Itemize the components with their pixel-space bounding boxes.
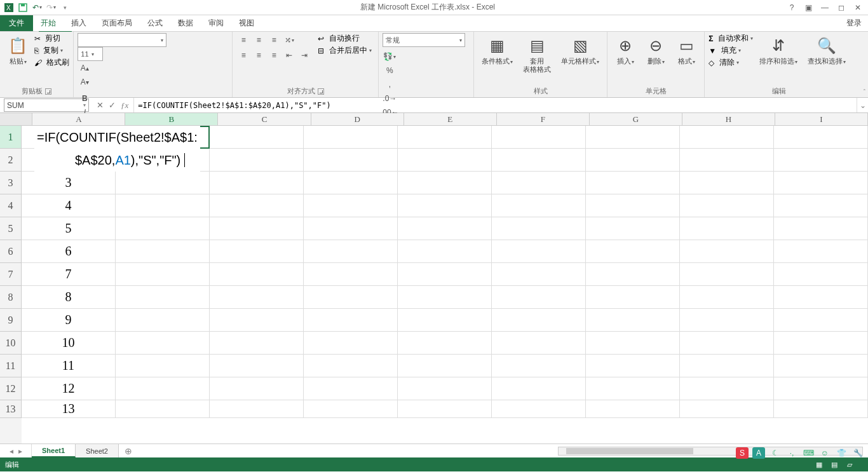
accounting-format-button[interactable]: 💱▾ [383,50,397,64]
merge-center-button[interactable]: ⊟ 合并后居中 ▾ [318,45,371,56]
sheet-tab-sheet1[interactable]: Sheet1 [32,444,76,457]
cell-I4[interactable] [774,194,868,217]
cell-G12[interactable] [586,377,680,400]
comma-format-button[interactable]: , [383,78,397,91]
cell-E10[interactable] [398,332,492,355]
scrollbar-thumb[interactable] [566,448,693,454]
cell-styles-button[interactable]: ▧单元格样式▾ [557,33,603,69]
cell-E12[interactable] [398,377,492,400]
cell-D4[interactable] [304,194,398,217]
sheet-nav-arrows[interactable]: ◂▸ [0,444,32,457]
cell-C3[interactable] [210,172,304,194]
cell-C9[interactable] [210,309,304,332]
cell-I8[interactable] [774,286,868,309]
format-cells-button[interactable]: ▭格式▾ [672,33,700,69]
col-header-G[interactable]: G [590,113,682,125]
cell-E5[interactable] [398,217,492,240]
cell-B11[interactable] [116,355,210,377]
tab-formulas[interactable]: 公式 [140,15,170,31]
autosum-button[interactable]: Σ 自动求和 ▾ [709,33,753,44]
cell-C2[interactable] [210,149,304,172]
align-left-button[interactable]: ≡ [236,48,250,62]
cell-D2[interactable] [304,149,398,172]
cell-F10[interactable] [492,332,586,355]
cell-A11[interactable]: 11 [22,355,116,377]
cell-C1[interactable] [210,126,304,149]
cell-G9[interactable] [586,309,680,332]
name-box[interactable]: SUM▾ [4,98,89,112]
row-header-2[interactable]: 2 [0,149,22,172]
cell-A4[interactable]: 4 [22,194,116,217]
increase-indent-button[interactable]: ⇥ [297,48,311,62]
delete-cells-button[interactable]: ⊖删除▾ [642,33,670,69]
cell-D7[interactable] [304,263,398,286]
undo-icon[interactable]: ↶▾ [32,3,42,13]
ime-moon-icon[interactable]: ☾ [769,447,782,459]
cell-H10[interactable] [680,332,774,355]
help-icon[interactable]: ? [787,3,797,12]
tab-insert[interactable]: 插入 [64,15,94,31]
ime-keyboard-icon[interactable]: ⌨ [802,447,815,459]
row-header-7[interactable]: 7 [0,263,22,286]
tab-home[interactable]: 开始 [33,15,64,31]
col-header-I[interactable]: I [775,113,868,125]
ime-sogou-icon[interactable]: S [736,447,749,459]
cell-C6[interactable] [210,240,304,263]
cell-E11[interactable] [398,355,492,377]
col-header-B[interactable]: B [125,113,218,125]
page-layout-view-button[interactable]: ▤ [827,459,841,470]
cell-edit-overlay[interactable]: =IF(COUNTIF(Sheet2!$A$1: $A$20,A1),"S","… [34,126,200,172]
cell-D3[interactable] [304,172,398,194]
cell-G10[interactable] [586,332,680,355]
cell-D10[interactable] [304,332,398,355]
decrease-indent-button[interactable]: ⇤ [282,48,296,62]
cell-C11[interactable] [210,355,304,377]
minimize-icon[interactable]: — [820,3,830,12]
maximize-icon[interactable]: ◻ [836,3,846,12]
formula-input[interactable] [133,98,857,112]
ime-shirt-icon[interactable]: 👕 [835,447,848,459]
increase-decimal-button[interactable]: .0→ [383,91,397,105]
cell-F1[interactable] [492,126,586,149]
cell-H7[interactable] [680,263,774,286]
cell-D6[interactable] [304,240,398,263]
cell-B9[interactable] [116,309,210,332]
col-header-E[interactable]: E [404,113,497,125]
format-as-table-button[interactable]: ▤套用 表格格式 [519,33,555,76]
tab-review[interactable]: 审阅 [201,15,231,31]
cell-I5[interactable] [774,217,868,240]
cell-C5[interactable] [210,217,304,240]
cut-button[interactable]: ✂ 剪切 [34,33,69,44]
cell-F3[interactable] [492,172,586,194]
cell-B12[interactable] [116,377,210,400]
cell-G2[interactable] [586,149,680,172]
sort-filter-button[interactable]: ⇵排序和筛选▾ [756,33,801,69]
clear-button[interactable]: ◇ 清除 ▾ [709,57,753,68]
cell-B8[interactable] [116,286,210,309]
cell-G1[interactable] [586,126,680,149]
cell-E4[interactable] [398,194,492,217]
row-header-5[interactable]: 5 [0,217,22,240]
cell-F13[interactable] [492,400,586,418]
cell-H5[interactable] [680,217,774,240]
cell-A13[interactable]: 13 [22,400,116,418]
ime-dot-icon[interactable]: ·, [785,447,798,459]
cell-F5[interactable] [492,217,586,240]
cell-F8[interactable] [492,286,586,309]
cell-G6[interactable] [586,240,680,263]
align-center-button[interactable]: ≡ [252,48,266,62]
next-sheet-icon[interactable]: ▸ [18,447,22,456]
cell-I11[interactable] [774,355,868,377]
cell-G3[interactable] [586,172,680,194]
font-size-combo[interactable]: 11▾ [78,47,103,61]
cell-A8[interactable]: 8 [22,286,116,309]
font-name-combo[interactable]: ▾ [78,33,166,47]
cell-F7[interactable] [492,263,586,286]
row-header-12[interactable]: 12 [0,377,22,400]
ime-switch-icon[interactable]: A [752,447,765,459]
conditional-format-button[interactable]: ▦条件格式▾ [478,33,517,69]
cell-A9[interactable]: 9 [22,309,116,332]
cell-I6[interactable] [774,240,868,263]
increase-font-button[interactable]: A▴ [78,61,92,75]
redo-icon[interactable]: ↷▾ [46,3,56,13]
